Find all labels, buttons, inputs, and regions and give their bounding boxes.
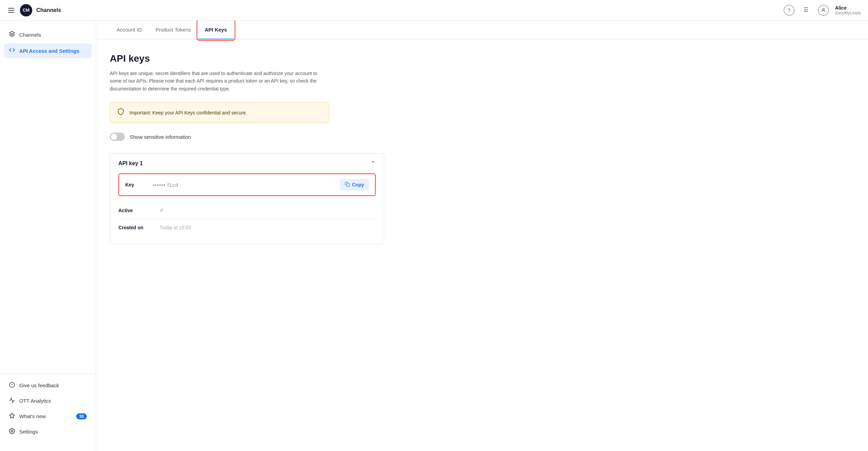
layout: Channels API Access and Settings	[0, 21, 868, 451]
logo: CM	[20, 4, 32, 16]
info-rows: Active ✓ Created on Today at 15:03	[110, 202, 384, 244]
copy-label: Copy	[352, 182, 364, 187]
sidebar-bottom: Give us feedback OTT Analytics What'	[0, 374, 96, 444]
layers-icon	[9, 31, 15, 39]
key-field-row: Key •••••• f1cd Copy	[118, 173, 376, 196]
code-icon	[9, 47, 15, 55]
top-header: CM Channels ? ⠿ Alice SaveMyLeads	[0, 0, 868, 21]
warning-box: Important: Keep your API Keys confidenti…	[110, 102, 329, 123]
main-content: Account ID Product Tokens API Keys API k…	[96, 21, 868, 451]
app-name: Channels	[36, 7, 61, 13]
header-left: CM Channels	[7, 4, 61, 16]
copy-button[interactable]: Copy	[340, 179, 369, 191]
created-on-label: Created on	[118, 225, 160, 230]
tab-product-tokens[interactable]: Product Tokens	[149, 21, 198, 39]
key-field-label: Key	[125, 182, 153, 187]
toggle-label: Show sensitive information	[130, 134, 191, 140]
warning-text: Important: Keep your API Keys confidenti…	[129, 110, 247, 115]
svg-marker-5	[10, 413, 15, 418]
created-on-value: Today at 15:03	[160, 225, 191, 230]
sidebar-item-whats-new[interactable]: What's new 16	[4, 409, 92, 423]
active-check-icon: ✓	[160, 207, 164, 214]
sidebar: Channels API Access and Settings	[0, 21, 96, 451]
sidebar-top: Channels API Access and Settings	[0, 27, 96, 374]
created-on-row: Created on Today at 15:03	[118, 219, 376, 236]
user-avatar[interactable]	[818, 5, 829, 16]
sidebar-item-settings[interactable]: Settings	[4, 425, 92, 439]
tabs-bar: Account ID Product Tokens API Keys	[96, 21, 868, 39]
active-row: Active ✓	[118, 202, 376, 219]
page-content: API keys API keys are unique, secret ide…	[96, 39, 405, 258]
toggle-row: Show sensitive information	[110, 133, 391, 141]
whats-new-badge: 16	[76, 413, 87, 419]
copy-icon	[345, 182, 350, 188]
tab-api-keys[interactable]: API Keys	[198, 21, 234, 39]
svg-rect-7	[347, 184, 350, 186]
user-name: Alice	[835, 5, 846, 11]
shield-icon	[117, 108, 125, 117]
api-key-title: API key 1	[118, 160, 143, 167]
api-key-header[interactable]: API key 1 ⌃	[110, 154, 384, 173]
sidebar-label-feedback: Give us feedback	[19, 382, 59, 388]
chevron-up-icon: ⌃	[371, 160, 376, 167]
gear-icon	[9, 428, 15, 435]
page-title: API keys	[110, 53, 391, 64]
hamburger-menu[interactable]	[7, 7, 16, 14]
sidebar-label-channels: Channels	[19, 32, 41, 38]
tab-account-id[interactable]: Account ID	[110, 21, 149, 39]
api-key-section: API key 1 ⌃ Key •••••• f1cd C	[110, 153, 384, 244]
sidebar-label-api-access: API Access and Settings	[19, 48, 79, 54]
sidebar-item-ott-analytics[interactable]: OTT Analytics	[4, 394, 92, 408]
svg-point-6	[11, 430, 13, 432]
header-right: ? ⠿ Alice SaveMyLeads	[784, 5, 861, 16]
analytics-icon	[9, 397, 15, 404]
svg-marker-1	[10, 32, 15, 34]
sidebar-label-ott-analytics: OTT Analytics	[19, 398, 51, 404]
sidebar-label-whats-new: What's new	[19, 413, 46, 419]
feedback-icon	[9, 382, 15, 389]
help-button[interactable]: ?	[784, 5, 795, 16]
sidebar-item-channels[interactable]: Channels	[4, 27, 92, 42]
sidebar-item-feedback[interactable]: Give us feedback	[4, 378, 92, 392]
sensitive-info-toggle[interactable]	[110, 133, 125, 141]
svg-point-0	[822, 8, 824, 10]
active-label: Active	[118, 208, 160, 213]
sidebar-item-api-access[interactable]: API Access and Settings	[4, 44, 92, 58]
sidebar-label-settings: Settings	[19, 429, 38, 435]
key-field-value: •••••• f1cd	[153, 182, 340, 188]
star-icon	[9, 413, 15, 420]
user-company: SaveMyLeads	[835, 11, 861, 15]
grid-button[interactable]: ⠿	[801, 5, 812, 16]
page-description: API keys are unique, secret identifiers …	[110, 70, 322, 93]
user-info: Alice SaveMyLeads	[835, 5, 861, 15]
